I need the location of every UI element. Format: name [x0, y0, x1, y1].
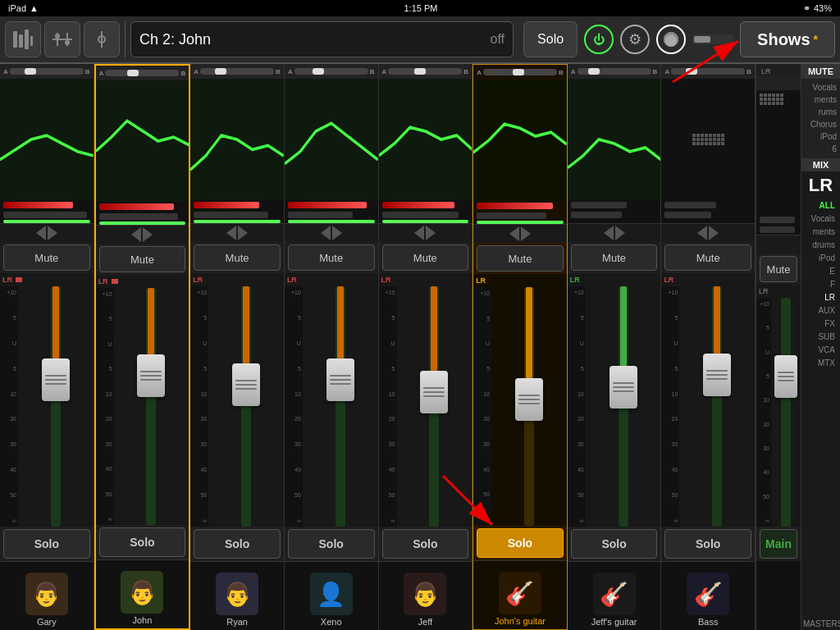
meter-section-3: AB — [190, 64, 284, 224]
eq-view-button[interactable] — [44, 21, 80, 57]
meter-section-1: AB — [0, 64, 94, 224]
battery-display: 43% — [814, 3, 832, 13]
svg-rect-3 — [30, 36, 33, 46]
meter-section-4: AB — [285, 64, 378, 224]
svg-rect-1 — [19, 34, 23, 48]
mute-button-7[interactable]: Mute — [571, 244, 658, 271]
lr-meter-section — [756, 75, 801, 235]
mix-item-vca[interactable]: VCA — [801, 344, 838, 357]
channel-strip-6: 6 AB Mute — [472, 64, 568, 630]
mix-item-drums[interactable]: drums — [801, 239, 838, 252]
avatar-6: 🎸 — [499, 572, 541, 614]
avatar-3: 👨 — [216, 573, 258, 615]
mix-item-ments[interactable]: ments — [801, 226, 838, 239]
solo-button-6[interactable]: Solo — [477, 528, 564, 558]
solo-button-8[interactable]: Solo — [664, 529, 751, 559]
bluetooth-icon: ⚭ — [803, 3, 810, 14]
mute-button-3[interactable]: Mute — [194, 244, 281, 271]
mix-item-sub[interactable]: SUB — [801, 331, 838, 344]
mix-item-e[interactable]: E — [801, 265, 838, 278]
meter-section-8: AB — [661, 64, 755, 224]
channel-strips: 1 AB Mute — [0, 64, 801, 630]
fader-section-4: LR +105U51020304050∞ — [285, 273, 378, 527]
avatar-section-1: 👨 Gary — [0, 561, 94, 630]
right-sidebar: MUTE Vocals ments rums Chorus iPod 6 MIX… — [801, 64, 840, 630]
channel-label-6: John's guitar — [473, 616, 567, 626]
fader-section-6: LR +105U51020304050∞ — [473, 274, 567, 526]
mix-item-vocals[interactable]: Vocals — [801, 212, 838, 226]
svg-rect-0 — [13, 31, 17, 48]
avatar-8: 🎸 — [687, 573, 729, 615]
avatar-section-8: 🎸 Bass — [661, 561, 755, 630]
mute-button-8[interactable]: Mute — [664, 244, 751, 271]
channel-label-1: Gary — [0, 617, 94, 627]
mute-labels: Vocals ments rums Chorus iPod 6 — [801, 79, 840, 158]
avatar-section-5: 👨 Jeff — [379, 561, 472, 630]
power-icon[interactable]: ⏻ — [584, 25, 614, 54]
solo-button-1[interactable]: Solo — [3, 529, 90, 559]
wifi-icon: ▲ — [30, 3, 39, 13]
mix-lr-label: LR — [801, 171, 840, 199]
svg-rect-2 — [25, 30, 29, 49]
shows-button[interactable]: Shows * — [740, 21, 835, 57]
mixer-view-button[interactable] — [5, 21, 41, 57]
mute-button-1[interactable]: Mute — [3, 244, 90, 271]
lr-solo-button[interactable]: Main — [760, 529, 797, 559]
fader-section-2: LR +105U51020304050∞ — [96, 275, 189, 525]
solo-button-5[interactable]: Solo — [382, 529, 469, 559]
solo-button-7[interactable]: Solo — [571, 529, 658, 559]
mixer-area: 1 AB Mute — [0, 64, 801, 630]
meter-section-5: AB — [379, 64, 472, 224]
mix-item-fx[interactable]: FX — [801, 317, 838, 331]
fader-section-1: LR +105U51020304050∞ — [0, 273, 94, 527]
avatar-4: 👤 — [310, 573, 353, 615]
avatar-section-4: 👤 Xeno — [285, 561, 378, 630]
avatar-2: 👨 — [121, 571, 163, 614]
avatar-section-7: 🎸 Jeff's guitar — [568, 561, 661, 630]
mute-button-2[interactable]: Mute — [99, 246, 186, 272]
mute-button-6[interactable]: Mute — [477, 245, 564, 272]
meter-section-6: AB — [473, 65, 567, 225]
mix-item-f[interactable]: F — [801, 278, 838, 291]
record-icon[interactable]: ⬤ — [656, 25, 686, 54]
meter-section-7: AB — [568, 64, 661, 224]
mute-button-4[interactable]: Mute — [288, 244, 375, 271]
lr-channel: LR Mute — [756, 64, 801, 630]
mix-items: ALL Vocals ments drums iPod E F LR AUX F… — [801, 199, 840, 618]
mute-button-5[interactable]: Mute — [382, 244, 469, 271]
solo-button-3[interactable]: Solo — [194, 529, 281, 559]
svg-point-8 — [65, 40, 70, 45]
channel-status-label: off — [491, 32, 505, 47]
mix-item-all[interactable]: ALL — [801, 199, 838, 212]
channel-label-7: Jeff's guitar — [568, 617, 661, 627]
mix-item-mtx[interactable]: MTX — [801, 357, 838, 370]
avatar-7: 🎸 — [593, 573, 636, 615]
solo-button-2[interactable]: Solo — [99, 527, 186, 557]
status-bar: iPad ▲ 1:15 PM ⚭ 43% — [0, 0, 840, 16]
solo-button-4[interactable]: Solo — [288, 529, 375, 559]
mix-item-lr[interactable]: LR — [801, 291, 838, 304]
mix-item-ipod[interactable]: iPod — [801, 252, 838, 265]
channel-strip-3: 3 AB Mute — [190, 64, 285, 630]
channel-display[interactable]: Ch 2: John off — [130, 21, 514, 57]
channel-name-label: Ch 2: John — [139, 31, 211, 48]
solo-button[interactable]: Solo — [523, 21, 578, 57]
channel-strip-5: 5 AB Mute — [379, 64, 473, 630]
channel-strip-7: 2 AB Mute — [568, 64, 662, 630]
ipad-label: iPad — [8, 3, 26, 13]
fader-section-3: LR +105U51020304050∞ — [190, 273, 284, 527]
meter-section-2: AB — [96, 66, 189, 226]
toolbar: Ch 2: John off Solo ⏻ ⚙ ⬤ Shows * — [0, 16, 840, 64]
channel-label-8: Bass — [661, 617, 755, 627]
mix-item-aux[interactable]: AUX — [801, 304, 838, 317]
channel-strip-4: 4 AB Mute — [285, 64, 379, 630]
lr-fader: LR +105U51020304050∞ — [756, 285, 801, 527]
channel-label-4: Xeno — [285, 617, 378, 627]
lr-mute-button[interactable]: Mute — [760, 256, 797, 282]
mute-header-label: MUTE — [801, 64, 840, 79]
channel-label-5: Jeff — [379, 617, 472, 627]
channel-label-3: Ryan — [190, 617, 284, 627]
settings-icon[interactable]: ⚙ — [620, 25, 650, 54]
dynamics-button[interactable] — [84, 21, 120, 57]
channel-strip-2: 2 AB Mute — [94, 64, 191, 630]
